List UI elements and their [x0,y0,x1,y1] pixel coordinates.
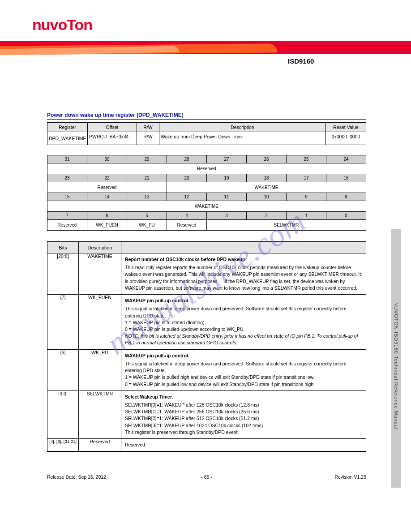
bit-num: 12 [167,193,207,201]
table-row: DPD_WAKETIME PWRCU_BA+0x34 R/W Wake up f… [47,132,366,145]
bit-num: 8 [326,193,366,201]
bit-num: 10 [247,193,287,201]
cell-register: DPD_WAKETIME [47,132,88,145]
footer-pagenum: - 85 - [201,474,212,480]
bit-field: WAKETIME [47,201,366,212]
bit-num: 17 [287,174,326,182]
bit-num: 16 [326,174,366,182]
cell-field: WK_PU [79,349,121,390]
bit-num: 13 [127,193,167,201]
cell-rw: R/W [137,132,159,145]
table-row: [3:0] SELWKTMR Select Wakeup Timer. SELW… [47,390,366,438]
bit-field: WAKETIME [167,182,366,193]
table-row: [4], [5], [31:21] Reserved Reserved [47,439,366,452]
bit-num: 4 [167,212,207,220]
cell-field: WAKETIME [79,253,121,295]
cell-bits: [3:0] [47,390,79,438]
cell-bits: [20:8] [47,253,79,295]
th-blank [121,242,366,253]
th-description: Description [79,242,121,253]
bitfield-table: 31 30 29 28 27 26 25 24 Reserved 23 22 2… [47,155,366,231]
cell-description: WAKEUP pin pull-up control. This signal … [121,295,366,350]
side-label: NUVOTON ISD9160 Technical Reference Manu… [391,229,401,488]
th-rw: R/W [137,123,159,132]
cell-reset: 0x0000_0000 [326,132,366,145]
cell-offset: PWRCU_BA+0x34 [88,132,137,145]
bit-field: Reserved [47,182,167,193]
field-description-table: Bits Description [20:8] WAKETIME Report … [47,241,366,452]
bit-field: Reserved [47,163,366,174]
bit-num: 20 [167,174,207,182]
bit-num: 6 [87,212,127,220]
footer-date: Release Date: Sep 16, 2012 [47,474,106,480]
th-offset: Offset [88,123,137,132]
brand-logo: nuvoTon [32,16,92,34]
bit-num: 23 [47,174,87,182]
bit-num: 1 [287,212,326,220]
document-model: ISD9160 [288,57,314,65]
bit-num: 2 [247,212,287,220]
bit-num: 22 [87,174,127,182]
th-reset: Reset Value [326,123,366,132]
cell-desc: Wake up from Deep Power Down Time. [159,132,326,145]
cell-bits: [6] [47,349,79,390]
bit-num: 28 [167,155,207,163]
cell-bits: [4], [5], [31:21] [47,439,79,452]
header-banner: nuvoTon [0,0,411,49]
register-summary-table: Register Offset R/W Description Reset Va… [47,122,366,145]
bit-num: 31 [47,155,87,163]
cell-description: Report number of OSC10k clocks before DP… [121,253,366,295]
bit-num: 0 [326,212,366,220]
bit-field: WK_PUEN [87,220,127,231]
bit-num: 30 [87,155,127,163]
page-footer: Release Date: Sep 16, 2012 - 85 - Revisi… [47,474,366,488]
bit-num: 27 [207,155,247,163]
bit-num: 14 [87,193,127,201]
bit-num: 29 [127,155,167,163]
footer-revision: Revision V1.29 [334,474,366,480]
table-row: [20:8] WAKETIME Report number of OSC10k … [47,253,366,295]
bit-num: 26 [247,155,287,163]
th-desc: Description [159,123,326,132]
bit-num: 25 [287,155,326,163]
th-bits: Bits [47,242,79,253]
bit-num: 3 [207,212,247,220]
bit-num: 9 [287,193,326,201]
cell-description: Select Wakeup Timer. SELWKTMR[0]=1: WAKE… [121,390,366,438]
th-register: Register [47,123,88,132]
bit-field: SELWKTMR [207,220,366,231]
bit-num: 15 [47,193,87,201]
bit-num: 5 [127,212,167,220]
bit-field: WK_PU [127,220,167,231]
cell-field: SELWKTMR [79,390,121,438]
bit-field: Reserved [167,220,207,231]
bit-num: 21 [127,174,167,182]
bit-num: 7 [47,212,87,220]
cell-field: Reserved [79,439,121,452]
bit-num: 19 [207,174,247,182]
bit-field: Reserved [47,220,87,231]
cell-description: WAKEUP pin pull-up control. This signal … [121,349,366,390]
section-heading: Power down wake up time register (DPD_WA… [47,112,366,120]
bit-num: 18 [247,174,287,182]
cell-field: WK_PUEN [79,295,121,350]
table-row: [6] WK_PU WAKEUP pin pull-up control. Th… [47,349,366,390]
bit-num: 24 [326,155,366,163]
bit-num: 11 [207,193,247,201]
table-row: [7] WK_PUEN WAKEUP pin pull-up control. … [47,295,366,350]
cell-bits: [7] [47,295,79,350]
cell-description: Reserved [121,439,366,452]
